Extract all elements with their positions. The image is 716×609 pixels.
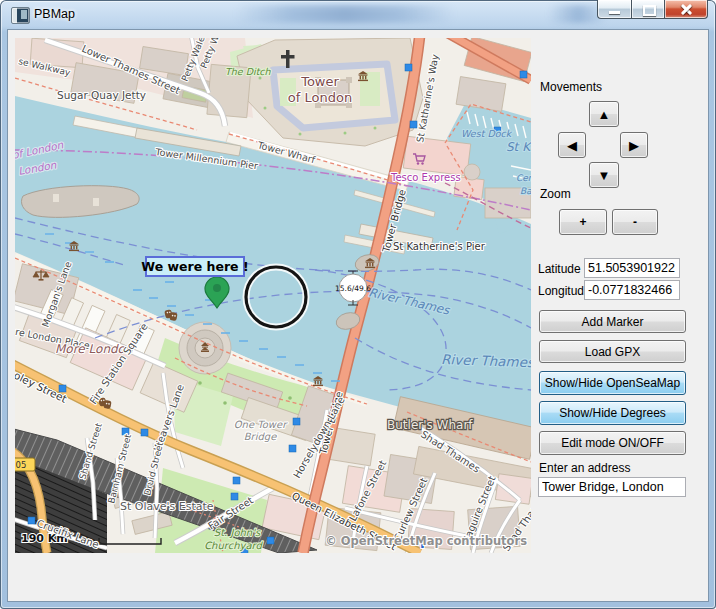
client-area: 05 190 Km 15.6/49.6 <box>8 30 708 601</box>
load-gpx-button[interactable]: Load GPX <box>539 340 686 363</box>
map-label: Bridge <box>244 431 277 443</box>
map-label: The Ditch <box>225 66 272 77</box>
address-label: Enter an address <box>539 461 630 475</box>
map-label: Tesco Express <box>390 172 461 183</box>
svg-text:05: 05 <box>16 460 27 470</box>
map-label: Churchyard <box>204 540 263 552</box>
map-attribution: © OpenStreetMap contributors <box>325 534 527 548</box>
map-label: of London <box>288 90 352 105</box>
map-label: St Olave's Estate <box>120 500 214 513</box>
zoom-out-button[interactable]: - <box>612 209 658 235</box>
zoom-label: Zoom <box>540 187 571 201</box>
minimize-button[interactable] <box>597 0 631 19</box>
toggle-degrees-button[interactable]: Show/Hide Degrees <box>539 401 686 425</box>
map-label: St Ka <box>506 140 531 154</box>
svg-text:We were here !: We were here ! <box>141 259 248 274</box>
window-title: PBMap <box>34 7 75 21</box>
longitude-label: Longitude <box>538 284 591 298</box>
map-label: River Thames <box>441 351 531 370</box>
map-label: St. John's <box>214 527 261 538</box>
toggle-openseamap-button[interactable]: Show/Hide OpenSeaMap <box>539 371 686 395</box>
move-down-button[interactable]: ▼ <box>589 162 619 188</box>
app-icon <box>11 7 30 24</box>
maximize-button[interactable] <box>631 0 665 19</box>
add-marker-button[interactable]: Add Marker <box>539 310 686 333</box>
movements-label: Movements <box>540 80 602 94</box>
road-ref-badge: 05 <box>15 458 35 471</box>
map-label: West Dock <box>461 128 513 139</box>
latitude-input[interactable] <box>584 258 680 278</box>
longitude-input[interactable] <box>584 280 680 300</box>
map-label: Tower <box>300 74 339 89</box>
title-bar[interactable]: PBMap <box>0 0 716 30</box>
map-canvas[interactable]: 05 190 Km 15.6/49.6 <box>15 38 531 553</box>
minimize-icon <box>609 11 620 14</box>
zoom-in-button[interactable]: + <box>559 209 607 235</box>
maximize-icon <box>643 5 656 16</box>
map-label: Butler's Wharf <box>387 418 473 432</box>
map-marker-tooltip[interactable]: We were here ! <box>141 257 248 276</box>
move-right-button[interactable]: ▶ <box>620 132 648 158</box>
svg-text:15.6/49.6: 15.6/49.6 <box>335 284 371 293</box>
close-icon <box>681 4 692 15</box>
map-label: Ba <box>520 186 531 196</box>
map-label: Cen <box>516 173 531 183</box>
move-up-button[interactable]: ▲ <box>589 101 619 127</box>
map-label: One Tower <box>234 419 288 430</box>
latitude-label: Latitude <box>538 262 581 276</box>
glass-blur-streak <box>235 5 455 23</box>
address-input[interactable] <box>538 477 686 497</box>
map-label: St Katherine's Pier <box>393 241 486 252</box>
map-label: Sugar Quay Jetty <box>57 89 146 101</box>
app-window: PBMap <box>0 0 716 609</box>
edit-mode-button[interactable]: Edit mode ON/OFF <box>539 431 686 455</box>
move-left-button[interactable]: ◀ <box>558 132 586 158</box>
close-button[interactable] <box>665 0 708 19</box>
city-hall-building <box>179 322 231 374</box>
